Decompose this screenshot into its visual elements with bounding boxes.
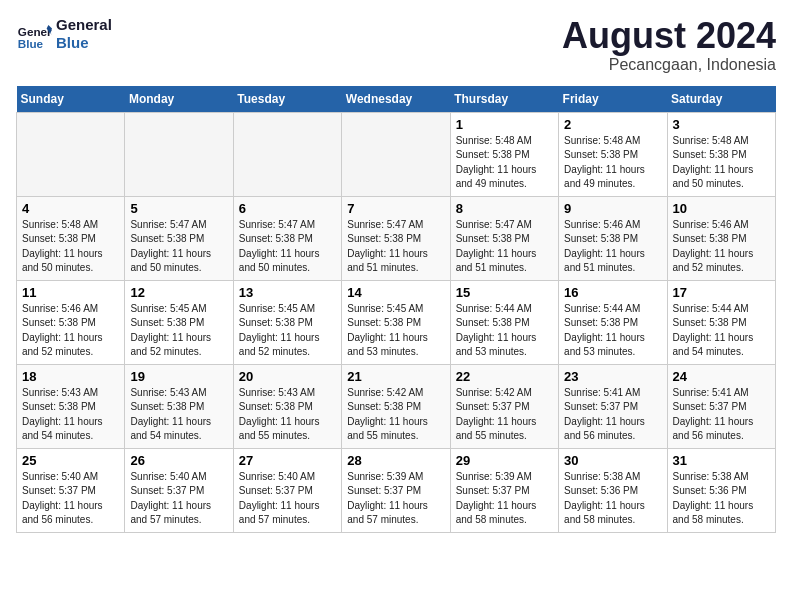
calendar-cell: 31 Sunrise: 5:38 AMSunset: 5:36 PMDaylig… (667, 448, 775, 532)
svg-text:Blue: Blue (18, 37, 44, 50)
calendar-cell: 5 Sunrise: 5:47 AMSunset: 5:38 PMDayligh… (125, 196, 233, 280)
day-detail: Sunrise: 5:41 AMSunset: 5:37 PMDaylight:… (564, 387, 645, 442)
day-number: 27 (239, 453, 336, 468)
day-detail: Sunrise: 5:43 AMSunset: 5:38 PMDaylight:… (22, 387, 103, 442)
day-number: 17 (673, 285, 770, 300)
calendar-cell: 9 Sunrise: 5:46 AMSunset: 5:38 PMDayligh… (559, 196, 667, 280)
calendar-cell: 29 Sunrise: 5:39 AMSunset: 5:37 PMDaylig… (450, 448, 558, 532)
day-detail: Sunrise: 5:40 AMSunset: 5:37 PMDaylight:… (130, 471, 211, 526)
calendar-cell: 6 Sunrise: 5:47 AMSunset: 5:38 PMDayligh… (233, 196, 341, 280)
day-detail: Sunrise: 5:44 AMSunset: 5:38 PMDaylight:… (564, 303, 645, 358)
day-detail: Sunrise: 5:39 AMSunset: 5:37 PMDaylight:… (456, 471, 537, 526)
day-detail: Sunrise: 5:45 AMSunset: 5:38 PMDaylight:… (239, 303, 320, 358)
day-number: 15 (456, 285, 553, 300)
calendar-cell: 16 Sunrise: 5:44 AMSunset: 5:38 PMDaylig… (559, 280, 667, 364)
day-number: 28 (347, 453, 444, 468)
day-detail: Sunrise: 5:39 AMSunset: 5:37 PMDaylight:… (347, 471, 428, 526)
day-number: 7 (347, 201, 444, 216)
calendar-cell: 30 Sunrise: 5:38 AMSunset: 5:36 PMDaylig… (559, 448, 667, 532)
day-number: 6 (239, 201, 336, 216)
day-detail: Sunrise: 5:42 AMSunset: 5:38 PMDaylight:… (347, 387, 428, 442)
calendar-cell: 20 Sunrise: 5:43 AMSunset: 5:38 PMDaylig… (233, 364, 341, 448)
day-number: 13 (239, 285, 336, 300)
day-detail: Sunrise: 5:40 AMSunset: 5:37 PMDaylight:… (22, 471, 103, 526)
logo-blue: Blue (56, 34, 112, 52)
calendar-week-row-3: 11 Sunrise: 5:46 AMSunset: 5:38 PMDaylig… (17, 280, 776, 364)
calendar-cell: 21 Sunrise: 5:42 AMSunset: 5:38 PMDaylig… (342, 364, 450, 448)
day-number: 2 (564, 117, 661, 132)
day-number: 14 (347, 285, 444, 300)
calendar-cell: 18 Sunrise: 5:43 AMSunset: 5:38 PMDaylig… (17, 364, 125, 448)
day-number: 11 (22, 285, 119, 300)
day-number: 1 (456, 117, 553, 132)
calendar-cell (17, 112, 125, 196)
calendar-cell: 4 Sunrise: 5:48 AMSunset: 5:38 PMDayligh… (17, 196, 125, 280)
day-detail: Sunrise: 5:45 AMSunset: 5:38 PMDaylight:… (347, 303, 428, 358)
day-number: 24 (673, 369, 770, 384)
header-monday: Monday (125, 86, 233, 113)
day-number: 29 (456, 453, 553, 468)
calendar-cell: 1 Sunrise: 5:48 AMSunset: 5:38 PMDayligh… (450, 112, 558, 196)
day-number: 12 (130, 285, 227, 300)
day-detail: Sunrise: 5:48 AMSunset: 5:38 PMDaylight:… (22, 219, 103, 274)
calendar-cell: 7 Sunrise: 5:47 AMSunset: 5:38 PMDayligh… (342, 196, 450, 280)
day-number: 23 (564, 369, 661, 384)
calendar-cell: 10 Sunrise: 5:46 AMSunset: 5:38 PMDaylig… (667, 196, 775, 280)
calendar-cell: 2 Sunrise: 5:48 AMSunset: 5:38 PMDayligh… (559, 112, 667, 196)
day-detail: Sunrise: 5:38 AMSunset: 5:36 PMDaylight:… (673, 471, 754, 526)
day-detail: Sunrise: 5:45 AMSunset: 5:38 PMDaylight:… (130, 303, 211, 358)
calendar-cell: 8 Sunrise: 5:47 AMSunset: 5:38 PMDayligh… (450, 196, 558, 280)
header-tuesday: Tuesday (233, 86, 341, 113)
day-number: 26 (130, 453, 227, 468)
calendar-cell: 14 Sunrise: 5:45 AMSunset: 5:38 PMDaylig… (342, 280, 450, 364)
page-header: General Blue General Blue August 2024 Pe… (16, 16, 776, 74)
day-number: 9 (564, 201, 661, 216)
day-detail: Sunrise: 5:47 AMSunset: 5:38 PMDaylight:… (347, 219, 428, 274)
logo-icon: General Blue (16, 16, 52, 52)
calendar-cell: 12 Sunrise: 5:45 AMSunset: 5:38 PMDaylig… (125, 280, 233, 364)
day-detail: Sunrise: 5:47 AMSunset: 5:38 PMDaylight:… (239, 219, 320, 274)
location: Pecancgaan, Indonesia (562, 56, 776, 74)
day-detail: Sunrise: 5:48 AMSunset: 5:38 PMDaylight:… (564, 135, 645, 190)
day-number: 25 (22, 453, 119, 468)
day-detail: Sunrise: 5:46 AMSunset: 5:38 PMDaylight:… (564, 219, 645, 274)
day-detail: Sunrise: 5:41 AMSunset: 5:37 PMDaylight:… (673, 387, 754, 442)
calendar-cell: 15 Sunrise: 5:44 AMSunset: 5:38 PMDaylig… (450, 280, 558, 364)
calendar-week-row-5: 25 Sunrise: 5:40 AMSunset: 5:37 PMDaylig… (17, 448, 776, 532)
calendar-cell: 27 Sunrise: 5:40 AMSunset: 5:37 PMDaylig… (233, 448, 341, 532)
day-detail: Sunrise: 5:43 AMSunset: 5:38 PMDaylight:… (130, 387, 211, 442)
day-number: 10 (673, 201, 770, 216)
logo-general: General (56, 16, 112, 34)
day-detail: Sunrise: 5:47 AMSunset: 5:38 PMDaylight:… (130, 219, 211, 274)
title-block: August 2024 Pecancgaan, Indonesia (562, 16, 776, 74)
calendar-cell: 11 Sunrise: 5:46 AMSunset: 5:38 PMDaylig… (17, 280, 125, 364)
day-detail: Sunrise: 5:46 AMSunset: 5:38 PMDaylight:… (673, 219, 754, 274)
calendar-week-row-1: 1 Sunrise: 5:48 AMSunset: 5:38 PMDayligh… (17, 112, 776, 196)
logo: General Blue General Blue (16, 16, 112, 52)
calendar-cell: 22 Sunrise: 5:42 AMSunset: 5:37 PMDaylig… (450, 364, 558, 448)
day-number: 20 (239, 369, 336, 384)
header-saturday: Saturday (667, 86, 775, 113)
header-wednesday: Wednesday (342, 86, 450, 113)
calendar-cell (233, 112, 341, 196)
calendar-week-row-4: 18 Sunrise: 5:43 AMSunset: 5:38 PMDaylig… (17, 364, 776, 448)
weekday-header-row: Sunday Monday Tuesday Wednesday Thursday… (17, 86, 776, 113)
calendar-cell: 17 Sunrise: 5:44 AMSunset: 5:38 PMDaylig… (667, 280, 775, 364)
day-detail: Sunrise: 5:44 AMSunset: 5:38 PMDaylight:… (673, 303, 754, 358)
day-number: 5 (130, 201, 227, 216)
calendar-cell: 25 Sunrise: 5:40 AMSunset: 5:37 PMDaylig… (17, 448, 125, 532)
day-number: 30 (564, 453, 661, 468)
day-detail: Sunrise: 5:40 AMSunset: 5:37 PMDaylight:… (239, 471, 320, 526)
calendar-cell (125, 112, 233, 196)
day-detail: Sunrise: 5:48 AMSunset: 5:38 PMDaylight:… (673, 135, 754, 190)
day-detail: Sunrise: 5:48 AMSunset: 5:38 PMDaylight:… (456, 135, 537, 190)
day-detail: Sunrise: 5:46 AMSunset: 5:38 PMDaylight:… (22, 303, 103, 358)
header-sunday: Sunday (17, 86, 125, 113)
day-number: 19 (130, 369, 227, 384)
day-number: 31 (673, 453, 770, 468)
calendar-cell: 26 Sunrise: 5:40 AMSunset: 5:37 PMDaylig… (125, 448, 233, 532)
calendar-cell: 24 Sunrise: 5:41 AMSunset: 5:37 PMDaylig… (667, 364, 775, 448)
day-number: 3 (673, 117, 770, 132)
day-detail: Sunrise: 5:38 AMSunset: 5:36 PMDaylight:… (564, 471, 645, 526)
day-number: 4 (22, 201, 119, 216)
